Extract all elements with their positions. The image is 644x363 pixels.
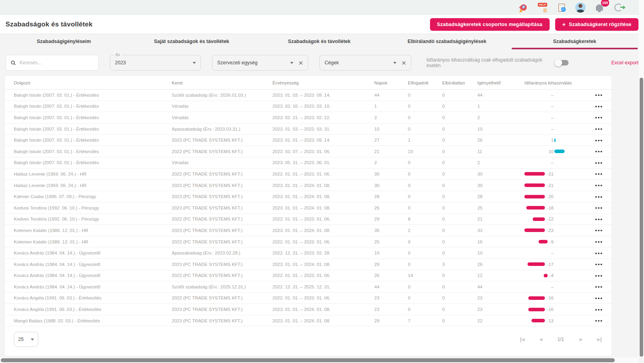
utilization-bar-negative — [544, 274, 548, 277]
row-menu-button[interactable]: ••• — [587, 295, 608, 301]
horizontal-scrollbar-thumb[interactable] — [1, 358, 615, 362]
row-menu-button[interactable]: ••• — [587, 318, 608, 324]
row-menu-button[interactable]: ••• — [587, 307, 608, 312]
row-menu-button[interactable]: ••• — [587, 239, 608, 245]
table-row: Kovács Angéla (1991. 06. 03.) - Értékesí… — [5, 293, 612, 304]
search-input[interactable] — [19, 60, 94, 65]
bell-icon[interactable]: 150 — [594, 2, 605, 13]
table-row: Kovács András (1984. 04. 14.) - Ügyvezet… — [5, 259, 612, 270]
row-menu-button[interactable]: ••• — [587, 261, 608, 267]
utilization-value: -23 — [547, 228, 554, 233]
col-igenyelheto: Igényelhető — [477, 80, 524, 85]
table-row: Balogh István (2007. 03. 01.) - Értékesí… — [5, 90, 612, 101]
tab-my-leave-requests[interactable]: Szabadságigényléseim — [0, 34, 128, 49]
tab-bar: Szabadságigényléseim Saját szabadságok é… — [0, 34, 644, 49]
logout-icon[interactable] — [613, 2, 623, 13]
leave-quota-table-card: Dolgozó Keret Érvényesség Napok Elfogado… — [5, 76, 612, 356]
prorated-utilization-cell: -9 — [524, 240, 587, 244]
row-menu-button[interactable]: ••• — [587, 284, 608, 290]
row-menu-button[interactable]: ••• — [587, 137, 608, 143]
row-menu-button[interactable]: ••• — [587, 114, 608, 120]
row-menu-button[interactable]: ••• — [587, 250, 608, 256]
row-menu-button[interactable]: ••• — [587, 205, 608, 211]
year-select[interactable]: Év 2023 — [110, 55, 201, 71]
row-menu-button[interactable]: ••• — [587, 126, 608, 132]
companies-select[interactable]: Cégek ✕ — [319, 55, 411, 71]
row-menu-button[interactable]: ••• — [587, 160, 608, 166]
vertical-scrollbar[interactable] — [639, 0, 644, 357]
utilization-value: -9 — [550, 240, 554, 244]
row-menu-button[interactable]: ••• — [587, 182, 608, 188]
table-row: Kálmán Csaba (1986. 07. 09.) - Pénzügy 2… — [5, 191, 612, 202]
row-menu-button[interactable]: ••• — [587, 103, 608, 109]
utilization-bar-negative — [524, 228, 545, 232]
utilization-bar-negative — [524, 172, 545, 176]
horizontal-scrollbar[interactable] — [0, 357, 639, 363]
no-utilization-dash: – — [551, 284, 554, 289]
col-elbiralatlan: Elbírálatlan — [442, 80, 477, 85]
prorated-utilization-cell: – — [524, 160, 587, 165]
page-title: Szabadságok és távollétek — [6, 21, 92, 28]
table-row: Kedves Teodóra (1992. 06. 10.) - Pénzügy… — [5, 202, 612, 214]
clear-icon[interactable]: ✕ — [298, 60, 303, 66]
prorated-utilization-cell: – — [524, 284, 587, 289]
table-row: Kelemen Katalin (1986. 12. 01.) - HR 202… — [5, 225, 612, 236]
tab-leaves-absences[interactable]: Szabadságok és távollétek — [255, 34, 383, 49]
prev-page-button[interactable]: < — [540, 337, 543, 342]
prorated-utilization-cell: – — [524, 93, 587, 97]
page-size-select[interactable]: 25 — [14, 332, 38, 347]
utilization-value: -4 — [550, 273, 554, 278]
table-row: Balogh István (2007. 03. 01.) - Értékesí… — [5, 135, 612, 146]
clear-icon[interactable]: ✕ — [401, 60, 406, 66]
prorated-toggle[interactable] — [555, 60, 569, 65]
row-menu-button[interactable]: ••• — [587, 216, 608, 222]
col-keret: Keret — [172, 80, 272, 85]
prorated-utilization-cell: -21 — [524, 183, 587, 188]
org-unit-select[interactable]: Szervezeti egység ✕ — [212, 55, 308, 71]
help-icon[interactable]: HELP — [537, 2, 548, 13]
first-page-button[interactable]: |< — [519, 337, 525, 342]
next-page-button[interactable]: > — [579, 337, 582, 342]
col-napok: Napok — [374, 80, 408, 85]
pagination-bar: 25 |< < 1/1 > >| — [5, 326, 612, 354]
row-menu-button[interactable]: ••• — [587, 171, 608, 177]
col-kihasznalas: Időarányos kihasználás — [524, 80, 587, 85]
rocket-icon[interactable] — [518, 2, 529, 13]
table-row: Balogh István (2007. 03. 01.) - Értékesí… — [5, 123, 612, 135]
col-ervenyesseg: Érvényesség — [272, 80, 374, 85]
table-row: Halász Levente (1959. 06. 24.) - HR 2022… — [5, 168, 612, 180]
row-menu-button[interactable]: ••• — [587, 227, 608, 233]
tab-own-leaves[interactable]: Saját szabadságok és távollétek — [128, 34, 255, 49]
prorated-utilization-cell: – — [524, 104, 587, 109]
utilization-bar-negative — [528, 296, 545, 300]
tab-leave-quotas[interactable]: Szabadságkeretek — [511, 34, 638, 49]
utilization-bar-negative — [539, 240, 548, 243]
utilization-value: -18 — [547, 206, 554, 210]
last-page-button[interactable]: >| — [597, 337, 602, 342]
row-menu-button[interactable]: ••• — [587, 273, 608, 279]
chevron-down-icon — [31, 339, 34, 341]
excel-export-link[interactable]: Excel export — [611, 60, 638, 65]
table-row: Kovács András (1984. 04. 14.) - Ügyvezet… — [5, 270, 612, 282]
vertical-scrollbar-thumb[interactable] — [640, 78, 643, 357]
avatar[interactable] — [575, 2, 586, 13]
row-menu-button[interactable]: ••• — [587, 194, 608, 200]
no-utilization-dash: – — [551, 93, 554, 97]
search-box[interactable] — [6, 55, 99, 71]
no-utilization-dash: – — [551, 160, 554, 165]
top-bar: HELP ✓ 150 — [0, 0, 644, 15]
table-row: Kovács András (1984. 04. 14.) - Ügyvezet… — [5, 247, 612, 259]
utilization-bar-negative — [528, 262, 545, 266]
group-allocation-button[interactable]: Szabadságkeretek csoportos megállapítása — [430, 18, 550, 31]
row-menu-button[interactable]: ••• — [587, 92, 608, 98]
add-leave-quota-button[interactable]: + Szabadságkeret rögzítése — [555, 18, 638, 31]
utilization-value: -16 — [547, 296, 554, 300]
utilization-bar-negative — [526, 206, 545, 210]
no-utilization-dash: – — [551, 104, 554, 109]
table-row: Balogh István (2007. 03. 01.) - Értékesí… — [5, 112, 612, 123]
tab-requests-to-approve[interactable]: Elbírálandó szabadságigénylések — [383, 34, 511, 49]
tasks-icon[interactable]: ✓ — [556, 2, 567, 13]
table-row: Kedves Teodóra (1992. 06. 10.) - Pénzügy… — [5, 214, 612, 225]
row-menu-button[interactable]: ••• — [587, 148, 608, 154]
table-row: Halász Levente (1959. 06. 24.) - HR 2023… — [5, 180, 612, 191]
